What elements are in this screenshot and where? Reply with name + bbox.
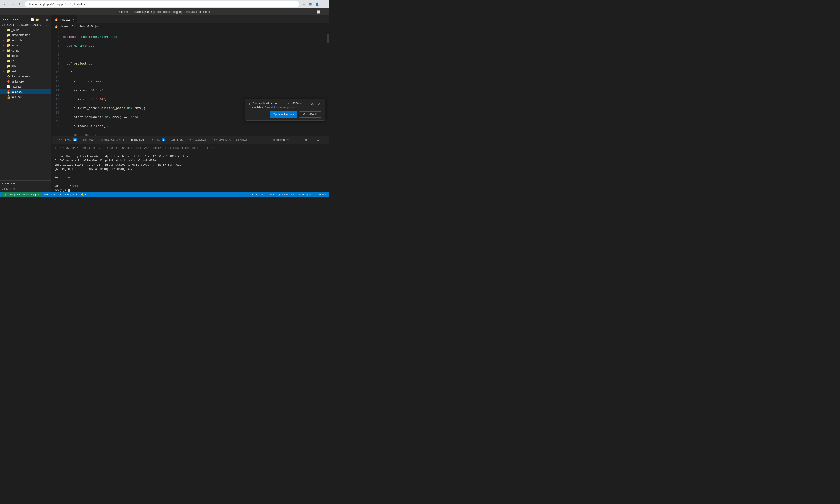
timeline-section[interactable]: › TIMELINE: [0, 186, 51, 192]
tree-item-build[interactable]: › 📁 _build: [0, 27, 51, 32]
make-public-btn[interactable]: Make Public: [299, 111, 321, 118]
tab-search[interactable]: SEARCH: [233, 136, 251, 144]
file-icon: ⚙: [6, 74, 10, 78]
back-button[interactable]: ←: [2, 1, 8, 7]
tab-sql-label: SQL CONSOLE: [189, 138, 209, 142]
bell-icon: 🔔: [81, 193, 84, 196]
more-tabs-btn[interactable]: ⋯: [322, 18, 327, 23]
extensions-icon[interactable]: ⊞: [308, 1, 313, 7]
layout-toggle-btn[interactable]: ⊞: [303, 10, 309, 15]
folder-icon: 📁: [6, 69, 10, 73]
split-terminal-btn[interactable]: ⊞: [297, 137, 302, 142]
collapse-all-icon[interactable]: ⊟: [45, 17, 49, 22]
tree-item-mix-lock[interactable]: › 🔒 mix.lock: [0, 94, 51, 100]
breadcrumb-symbol[interactable]: {} Localless.MixProject: [71, 25, 100, 28]
spell-status[interactable]: ⚠ 15 Spell: [298, 192, 312, 197]
notification-close-btn[interactable]: ×: [317, 102, 321, 106]
tree-item-test[interactable]: › 📁 test: [0, 69, 51, 74]
tree-item-deps[interactable]: › 📁 deps: [0, 53, 51, 58]
tab-problems-label: PROBLEMS: [55, 138, 71, 142]
prettier-status[interactable]: ✓ Prettier: [314, 192, 327, 197]
notification-link[interactable]: See all forwarded ports: [265, 106, 294, 109]
tab-label: mix.exs: [60, 18, 70, 21]
tab-output[interactable]: OUTPUT: [80, 136, 98, 144]
tab-debug-label: DEBUG CONSOLE: [100, 138, 125, 142]
errors-warnings-status[interactable]: ✕ 0 △ 0 16: [64, 192, 78, 197]
tree-item-lib[interactable]: › 📁 lib: [0, 58, 51, 64]
tree-item-gitignore[interactable]: › ⊘ .gitignore: [0, 79, 51, 84]
refresh-button[interactable]: ↻: [17, 1, 23, 7]
editor-scrollbar[interactable]: [327, 29, 329, 136]
split-editor-btn[interactable]: ⊞: [317, 18, 322, 23]
prettier-icon: ✓: [315, 193, 317, 196]
title-bar: mix.exs — localless [Codespaces: obscure…: [0, 8, 329, 16]
file-icon: 🔒: [6, 95, 10, 99]
tab-ports[interactable]: PORTS 1: [148, 136, 168, 144]
position-status[interactable]: Ln 1, Col 1: [251, 192, 266, 197]
sidebar-header: EXPLORER 📄 📁 ↺ ⊟: [0, 16, 51, 22]
bookmark-icon[interactable]: ☆: [301, 1, 307, 7]
tree-item-assets[interactable]: › 📁 assets: [0, 43, 51, 48]
split-editor-btn[interactable]: ⊟: [310, 10, 315, 15]
add-terminal-btn[interactable]: +: [291, 137, 296, 142]
workspace-section[interactable]: ▾ LOCALLESS [CODESPACES: O...: [0, 22, 51, 27]
folder-icon: 📁: [6, 54, 10, 57]
tab-mix-exs[interactable]: 🔥 mix.exs ✕: [52, 16, 77, 23]
codespace-status[interactable]: ⊞ Codespaces: obscure giggle: [2, 192, 41, 197]
tree-item-label: config: [11, 49, 19, 52]
tab-bar-actions: ⊞ ⋯: [315, 18, 329, 23]
more-actions-btn[interactable]: ⋯: [322, 10, 327, 15]
tree-item-devcontainer[interactable]: › 📁 .devcontainer: [0, 32, 51, 38]
tab-comments[interactable]: COMMENTS: [211, 136, 233, 144]
forward-button[interactable]: →: [10, 1, 16, 7]
notification-text: Your application running on port 4000 is…: [252, 102, 308, 110]
outline-section[interactable]: › OUTLINE: [0, 181, 51, 186]
more-terminal-btn[interactable]: ⋯: [310, 137, 315, 142]
tree-item-priv[interactable]: › 📁 priv: [0, 64, 51, 69]
editor-area: 🔥 mix.exs ✕ ⊞ ⋯ 🔥 mix.exs › {} Localless…: [52, 16, 329, 192]
tab-sql-console[interactable]: SQL CONSOLE: [186, 136, 212, 144]
problems-badge: 16: [73, 138, 77, 141]
terminal-panel: PROBLEMS 16 OUTPUT DEBUG CONSOLE TERMINA…: [52, 136, 329, 192]
workspace-title: LOCALLESS [CODESPACES: O...: [4, 23, 47, 26]
new-file-icon[interactable]: 📄: [30, 17, 35, 22]
branch-status[interactable]: ⑂ main ↺: [43, 192, 56, 197]
notification-gear-icon[interactable]: ⚙: [310, 102, 315, 107]
encoding-status[interactable]: ⊞ Layout: U.S.: [277, 192, 296, 197]
language-status[interactable]: Elixir: [267, 192, 275, 197]
tree-item-formatter[interactable]: › ⚙ .formatter.exs: [0, 74, 51, 79]
tab-close-icon[interactable]: ✕: [72, 18, 74, 21]
close-panel-btn[interactable]: ✕: [322, 137, 327, 142]
open-in-browser-btn[interactable]: Open in Browser: [269, 111, 297, 118]
tree-item-mix-exs[interactable]: › 🔥 mix.exs: [0, 89, 51, 94]
remote-status[interactable]: ⊕: [58, 192, 62, 197]
tab-terminal[interactable]: TERMINAL: [128, 136, 148, 144]
main-layout: EXPLORER 📄 📁 ↺ ⊟ ▾ LOCALLESS [CODESPACES…: [0, 16, 329, 192]
settings-icon[interactable]: ⋯: [321, 1, 327, 7]
maximize-panel-btn[interactable]: ∧: [316, 137, 321, 142]
tree-item-label: mix.lock: [11, 95, 22, 99]
bell-status[interactable]: 🔔 1: [80, 192, 87, 197]
tab-debug-console[interactable]: DEBUG CONSOLE: [98, 136, 128, 144]
breadcrumb-icon: 🔥: [54, 25, 58, 28]
breadcrumb-file[interactable]: mix.exs: [59, 25, 69, 28]
new-folder-icon[interactable]: 📁: [35, 17, 39, 22]
terminal-line-prompt: iex(1)>: [54, 188, 326, 192]
tab-comments-label: COMMENTS: [214, 138, 231, 142]
tab-problems[interactable]: PROBLEMS 16: [53, 136, 80, 144]
tree-item-label: .elixir_ls: [11, 38, 22, 42]
profile-icon[interactable]: 👤: [314, 1, 320, 7]
folder-icon: 📁: [6, 59, 10, 62]
tab-output-label: OUTPUT: [83, 138, 95, 142]
maximize-btn[interactable]: ⬜: [316, 10, 321, 15]
position-label: Ln 1, Col 1: [252, 193, 265, 196]
url-bar[interactable]: [25, 1, 299, 7]
refresh-explorer-icon[interactable]: ↺: [40, 17, 44, 22]
kill-terminal-btn[interactable]: 🗑: [303, 137, 309, 142]
tree-item-config[interactable]: › 📁 config: [0, 48, 51, 53]
tree-item-license[interactable]: › 📄 LICENSE: [0, 84, 51, 89]
folder-icon: 📁: [6, 28, 10, 32]
tree-item-elixir-ls[interactable]: › 📁 .elixir_ls: [0, 38, 51, 43]
tab-gitlens[interactable]: GITLENS: [168, 136, 186, 144]
terminal-content[interactable]: ○ Erlang/OTP 27 [erts-15.0.1] [source] […: [52, 144, 329, 192]
